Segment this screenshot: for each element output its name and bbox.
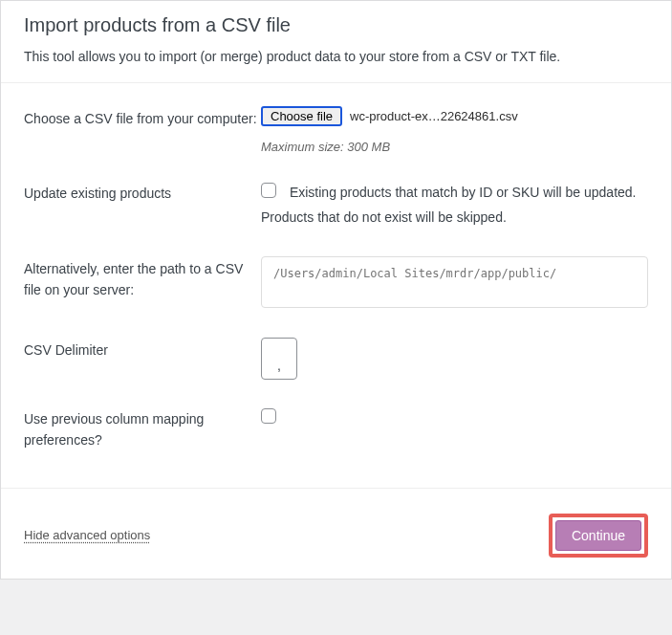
panel-header: Import products from a CSV file This too… — [1, 1, 671, 82]
delimiter-control — [261, 338, 648, 380]
choose-file-label: Choose a CSV file from your computer: — [24, 106, 261, 129]
choose-file-control: Choose file wc-product-ex…22624861.csv M… — [261, 106, 648, 154]
panel-footer: Hide advanced options Continue — [1, 488, 671, 579]
page-subtitle: This tool allows you to import (or merge… — [24, 46, 648, 67]
delimiter-label: CSV Delimiter — [24, 338, 261, 361]
page-title: Import products from a CSV file — [24, 14, 648, 36]
row-delimiter: CSV Delimiter — [24, 338, 648, 380]
server-path-input[interactable] — [261, 256, 648, 308]
row-update-existing: Update existing products Existing produc… — [24, 181, 648, 229]
delimiter-input[interactable] — [261, 338, 297, 380]
continue-button[interactable]: Continue — [555, 520, 641, 551]
row-choose-file: Choose a CSV file from your computer: Ch… — [24, 106, 648, 154]
row-server-path: Alternatively, enter the path to a CSV f… — [24, 256, 648, 311]
mapping-checkbox[interactable] — [261, 408, 276, 424]
row-mapping: Use previous column mapping preferences? — [24, 406, 648, 451]
update-existing-description: Existing products that match by ID or SK… — [261, 185, 637, 224]
update-existing-checkbox[interactable] — [261, 183, 276, 198]
form-area: Choose a CSV file from your computer: Ch… — [1, 82, 671, 487]
update-existing-label: Update existing products — [24, 181, 261, 204]
hide-advanced-link[interactable]: Hide advanced options — [24, 528, 150, 542]
import-panel: Import products from a CSV file This too… — [0, 0, 672, 580]
update-existing-control: Existing products that match by ID or SK… — [261, 181, 648, 229]
continue-highlight: Continue — [549, 514, 648, 558]
mapping-label: Use previous column mapping preferences? — [24, 406, 261, 451]
max-size-hint: Maximum size: 300 MB — [261, 140, 648, 154]
chosen-file-name: wc-product-ex…22624861.csv — [350, 109, 518, 123]
choose-file-button[interactable]: Choose file — [261, 106, 342, 126]
mapping-control — [261, 406, 648, 424]
server-path-control — [261, 256, 648, 311]
server-path-label: Alternatively, enter the path to a CSV f… — [24, 256, 261, 301]
